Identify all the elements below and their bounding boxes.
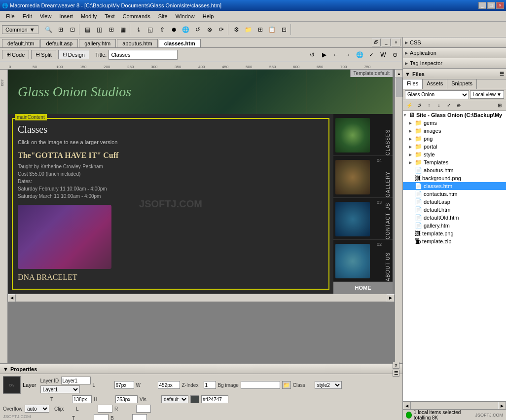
- checkout-btn[interactable]: ⊕: [454, 101, 463, 110]
- minimize-button[interactable]: _: [478, 2, 486, 9]
- layer-id-input[interactable]: [61, 377, 91, 384]
- tab-snippets[interactable]: Snippets: [447, 79, 477, 89]
- tree-folder-portal[interactable]: ▶ 📁 portal: [403, 143, 506, 151]
- nav-item-gallery[interactable]: 04 GALLERY: [333, 156, 393, 198]
- page-title-input[interactable]: [108, 50, 178, 60]
- toolbar-btn-12[interactable]: 🌐: [181, 24, 191, 35]
- nav-item-contact[interactable]: 03 CONTACT US: [333, 198, 393, 240]
- bg-browse-btn[interactable]: 📁: [282, 381, 291, 389]
- toolbar-btn-8[interactable]: ⤹: [133, 24, 144, 35]
- l-input[interactable]: [114, 381, 134, 389]
- tree-file-template-zip[interactable]: 🗜 template.zip: [403, 237, 506, 245]
- home-button[interactable]: HOME: [333, 282, 393, 294]
- vis-select[interactable]: default: [161, 395, 188, 403]
- clip-t-input[interactable]: [94, 414, 108, 420]
- window-minimize-btn[interactable]: _: [382, 38, 391, 46]
- browser-btn[interactable]: 🌐: [354, 49, 365, 60]
- tree-file-gallery[interactable]: 📄 gallery.htm: [403, 222, 506, 229]
- view-select[interactable]: Local view ▼: [470, 90, 504, 99]
- canvas[interactable]: Template:default Glass Onion Studios: [8, 70, 395, 410]
- close-button[interactable]: ×: [496, 2, 504, 9]
- menu-commands[interactable]: Commands: [118, 12, 154, 20]
- tree-file-contactus[interactable]: 📄 contactus.htm: [403, 190, 506, 198]
- download-btn[interactable]: ↓: [434, 101, 443, 110]
- menu-window[interactable]: Window: [172, 12, 199, 20]
- toolbar-btn-19[interactable]: 📋: [267, 24, 278, 35]
- layer-name-select[interactable]: Layer1: [40, 385, 80, 393]
- toolbar-btn-10[interactable]: ⇧: [157, 24, 168, 35]
- toolbar-btn-5[interactable]: ◫: [94, 24, 105, 35]
- toolbar-btn-16[interactable]: ⚙: [231, 24, 242, 35]
- menu-edit[interactable]: Edit: [19, 12, 36, 20]
- common-dropdown[interactable]: Common ▼: [2, 25, 38, 34]
- bg-input[interactable]: [241, 381, 280, 389]
- checkin-btn[interactable]: ✓: [444, 101, 453, 110]
- menu-text[interactable]: Text: [101, 12, 118, 20]
- menu-help[interactable]: Help: [199, 12, 218, 20]
- tree-file-default-htm[interactable]: 📄 default.htm: [403, 206, 506, 214]
- toolbar-btn-20[interactable]: ⊡: [279, 24, 289, 35]
- nav-back-btn[interactable]: ←: [330, 49, 341, 60]
- tree-file-aboutus[interactable]: 📄 aboutus.htm: [403, 166, 506, 174]
- toolbar-btn-1[interactable]: 🔍: [43, 24, 54, 35]
- scroll-thumb[interactable]: [396, 77, 402, 97]
- clip-l-input[interactable]: [98, 405, 112, 413]
- toolbar-btn-15[interactable]: ⟳: [216, 24, 227, 35]
- vertical-scrollbar[interactable]: ▲ ▼: [395, 70, 402, 410]
- menu-view[interactable]: View: [36, 12, 56, 20]
- tree-folder-gems[interactable]: ▶ 📁 gems: [403, 119, 506, 127]
- horizontal-scrollbar[interactable]: ◀ ▶: [8, 294, 395, 302]
- css-panel-header[interactable]: ▶ CSS: [403, 38, 506, 47]
- scroll-right-btn[interactable]: ▶: [387, 294, 395, 302]
- toolbar-btn-7[interactable]: ▦: [118, 24, 129, 35]
- tab-default-htm[interactable]: default.htm: [2, 39, 39, 47]
- upload-btn[interactable]: ↑: [425, 101, 434, 110]
- menu-file[interactable]: File: [2, 12, 19, 20]
- toolbar-btn-11[interactable]: ⏺: [169, 24, 180, 35]
- toolbar-btn-17[interactable]: 📁: [243, 24, 254, 35]
- tab-gallery-htm[interactable]: gallery.htm: [79, 39, 116, 47]
- tree-file-default-asp[interactable]: 📄 default.asp: [403, 198, 506, 206]
- tab-files[interactable]: Files: [403, 79, 423, 89]
- code-view-btn[interactable]: ⊞ Code: [2, 50, 29, 59]
- application-panel-header[interactable]: ▶ Application: [403, 48, 506, 58]
- clip-r-input[interactable]: [136, 405, 151, 413]
- connect-btn[interactable]: ⚡: [405, 101, 414, 110]
- menu-site[interactable]: Site: [154, 12, 172, 20]
- split-view-btn[interactable]: ⊟ Split: [31, 50, 56, 59]
- tree-folder-images[interactable]: ▶ 📁 images: [403, 127, 506, 135]
- validate-btn[interactable]: ✓: [366, 49, 377, 60]
- tab-assets[interactable]: Assets: [423, 79, 447, 89]
- tab-default-asp[interactable]: default.asp: [40, 39, 78, 47]
- maximize-button[interactable]: □: [487, 2, 495, 9]
- tree-folder-style[interactable]: ▶ 📁 style: [403, 151, 506, 158]
- toolbar-btn-14[interactable]: ⊗: [204, 24, 215, 35]
- nav-fwd-btn[interactable]: →: [342, 49, 353, 60]
- design-view-btn[interactable]: ⊡ Design: [58, 50, 89, 59]
- w-input[interactable]: [158, 381, 180, 389]
- z-input[interactable]: [204, 381, 216, 389]
- toolbar-btn-4[interactable]: ▤: [82, 24, 93, 35]
- bg-color-swatch[interactable]: [190, 395, 199, 403]
- tab-classes-htm[interactable]: classes.htm: [159, 39, 201, 47]
- toolbar-btn-18[interactable]: ⊞: [255, 24, 266, 35]
- check-btn[interactable]: ⊙: [390, 49, 400, 60]
- scroll-left-btn[interactable]: ◀: [8, 294, 16, 302]
- w3c-btn[interactable]: W: [378, 49, 389, 60]
- tree-folder-templates[interactable]: ▶ 📁 Templates: [403, 158, 506, 166]
- h-input[interactable]: [115, 395, 138, 403]
- toolbar-btn-13[interactable]: ↺: [192, 24, 203, 35]
- expand-tree-btn[interactable]: ⊞: [495, 101, 504, 110]
- window-close-btn[interactable]: ×: [392, 38, 400, 46]
- tree-file-classes[interactable]: 📄 classes.htm: [403, 182, 506, 190]
- right-scroll-right[interactable]: ▶: [498, 402, 506, 410]
- window-controls[interactable]: _ □ ×: [478, 2, 504, 9]
- tree-file-defaultold[interactable]: 📄 defaultOld.htm: [403, 214, 506, 222]
- scroll-up-btn[interactable]: ▲: [395, 70, 402, 77]
- tree-site-root[interactable]: ▼ 🖥 Site - Glass Onion (C:\Backup\My: [403, 111, 506, 119]
- toolbar-btn-3[interactable]: ⊡: [67, 24, 78, 35]
- t-input[interactable]: [72, 395, 92, 403]
- preview-btn[interactable]: ▶: [319, 49, 329, 60]
- bg-color-input[interactable]: [201, 395, 228, 403]
- toolbar-btn-2[interactable]: ⊞: [55, 24, 66, 35]
